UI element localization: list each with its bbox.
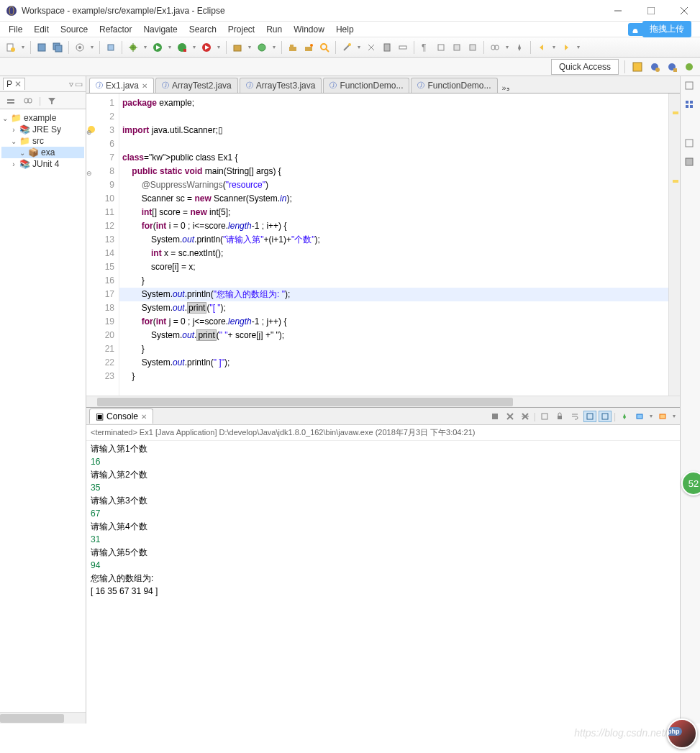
build-icon[interactable] [104, 41, 117, 54]
project-tree[interactable]: ⌄📁example ›📚JRE Sy ⌄📁src ⌄📦exa ›📚JUnit 4 [0, 109, 86, 712]
dropdown-icon[interactable]: ▾ [216, 44, 222, 50]
scrollbar-vertical[interactable] [668, 93, 680, 396]
save-all-icon[interactable] [51, 41, 64, 54]
bookmark-icon[interactable] [450, 41, 463, 54]
dropdown-icon[interactable]: ▾ [671, 413, 677, 419]
more-tabs-icon[interactable]: »₃ [502, 83, 509, 93]
dropdown-icon[interactable]: ▾ [89, 44, 95, 50]
dropdown-icon[interactable]: ▾ [504, 44, 510, 50]
remove-launch-icon[interactable] [504, 411, 517, 422]
menu-run[interactable]: Run [266, 24, 282, 35]
scrollbar-horizontal[interactable] [86, 396, 680, 407]
new-class-icon[interactable] [255, 41, 268, 54]
menu-refactor[interactable]: Refactor [99, 24, 132, 35]
tree-jre[interactable]: ›📚JRE Sy [1, 124, 84, 135]
dropdown-icon[interactable]: ▾ [191, 44, 197, 50]
close-icon[interactable]: ✕ [14, 79, 22, 89]
terminate-icon[interactable] [488, 411, 501, 422]
link-icon[interactable] [488, 41, 501, 54]
dropdown-icon[interactable]: ▾ [271, 44, 277, 50]
tree-package[interactable]: ⌄📦exa [1, 147, 84, 158]
outline-view-icon[interactable] [684, 99, 697, 112]
package-explorer-tab[interactable]: P ✕ [3, 78, 25, 90]
view-menu-icon[interactable]: ▿ [69, 79, 73, 89]
ruler-icon[interactable] [396, 41, 409, 54]
remove-all-icon[interactable] [519, 411, 532, 422]
tasks-view-icon[interactable] [684, 157, 697, 170]
dropdown-icon[interactable]: ▾ [247, 44, 253, 50]
block-sel-icon[interactable] [435, 41, 447, 54]
menu-search[interactable]: Search [189, 24, 217, 35]
toggle-icon[interactable] [73, 41, 86, 54]
dropdown-icon[interactable]: ▾ [167, 44, 173, 50]
menu-navigate[interactable]: Navigate [143, 24, 177, 35]
forward-icon[interactable] [560, 41, 573, 54]
show-whitespace-icon[interactable]: ¶ [419, 41, 432, 54]
tree-project[interactable]: ⌄📁example [1, 112, 84, 124]
new-icon[interactable] [4, 41, 17, 54]
display-selected-icon[interactable] [633, 411, 646, 422]
quick-access-input[interactable]: Quick Access [551, 59, 619, 75]
tree-junit[interactable]: ›📚JUnit 4 [1, 158, 84, 170]
pin-icon[interactable] [513, 41, 526, 54]
outline-icon[interactable] [466, 41, 479, 54]
open-perspective-icon[interactable] [631, 60, 644, 73]
menu-project[interactable]: Project [228, 24, 255, 35]
console-tab[interactable]: ▣Console ✕ [89, 409, 153, 424]
tab-functiondemo2[interactable]: ⒿFunctionDemo... [411, 78, 497, 93]
debug-perspective-icon[interactable] [683, 60, 696, 73]
minimize-button[interactable] [608, 4, 628, 18]
tab-functiondemo1[interactable]: ⒿFunctionDemo... [323, 78, 409, 93]
new-package-icon[interactable] [231, 41, 244, 54]
notification-badge[interactable]: 52 [681, 471, 700, 496]
clear-console-icon[interactable] [538, 411, 551, 422]
java-perspective-icon[interactable] [648, 60, 661, 73]
dropdown-icon[interactable]: ▾ [20, 44, 26, 50]
close-icon[interactable]: ✕ [142, 82, 147, 90]
collapse-all-icon[interactable] [4, 94, 17, 107]
tree-src[interactable]: ⌄📁src [1, 135, 84, 147]
scroll-lock-icon[interactable] [553, 411, 566, 422]
run-icon[interactable] [151, 41, 164, 54]
console-output[interactable]: 请输入第1个数16请输入第2个数35请输入第3个数67请输入第4个数31请输入第… [86, 441, 680, 724]
menu-help[interactable]: Help [336, 24, 354, 35]
maximize-button[interactable] [641, 4, 661, 18]
tab-arraytest2[interactable]: ⒿArrayTest2.java [155, 78, 238, 93]
minimize-view-icon[interactable]: ▭ [75, 79, 83, 89]
open-console-icon[interactable] [656, 411, 669, 422]
restore-icon[interactable] [684, 81, 697, 93]
tab-ex1[interactable]: ⒿEx1.java✕ [89, 78, 154, 93]
restore-icon[interactable] [684, 138, 697, 151]
link-editor-icon[interactable] [22, 94, 35, 107]
scrollbar-horizontal[interactable] [0, 712, 86, 724]
upload-button[interactable]: 拖拽上传 [642, 21, 691, 37]
menu-file[interactable]: File [9, 24, 22, 35]
open-type-icon[interactable] [286, 41, 299, 54]
pin-console-icon[interactable] [618, 411, 631, 422]
dropdown-icon[interactable]: ▾ [648, 413, 654, 419]
debug-icon[interactable] [127, 41, 140, 54]
ext-tools-icon[interactable] [200, 41, 213, 54]
word-wrap-icon[interactable] [568, 411, 581, 422]
dropdown-icon[interactable]: ▾ [551, 44, 557, 50]
menu-source[interactable]: Source [60, 24, 88, 35]
dropdown-icon[interactable]: ▾ [356, 44, 362, 50]
show-on-error-icon[interactable] [599, 411, 612, 422]
dropdown-icon[interactable]: ▾ [576, 44, 581, 50]
cut-icon[interactable] [365, 41, 378, 54]
tab-arraytest3[interactable]: ⒿArrayTest3.java [240, 78, 322, 93]
filter-icon[interactable] [45, 94, 58, 107]
show-on-output-icon[interactable] [583, 411, 596, 422]
search-icon[interactable] [318, 41, 331, 54]
wand-icon[interactable] [340, 41, 353, 54]
save-icon[interactable] [35, 41, 48, 54]
coverage-icon[interactable] [176, 41, 188, 54]
menu-window[interactable]: Window [294, 24, 324, 35]
close-icon[interactable]: ✕ [141, 413, 147, 421]
paste-icon[interactable] [381, 41, 394, 54]
open-task-icon[interactable] [302, 41, 315, 54]
code-editor[interactable]: 123⊕678⊖91011121314151617181920212223 pa… [86, 93, 680, 396]
dropdown-icon[interactable]: ▾ [142, 44, 148, 50]
javaee-perspective-icon[interactable] [665, 60, 678, 73]
cloud-icon[interactable] [628, 23, 642, 36]
